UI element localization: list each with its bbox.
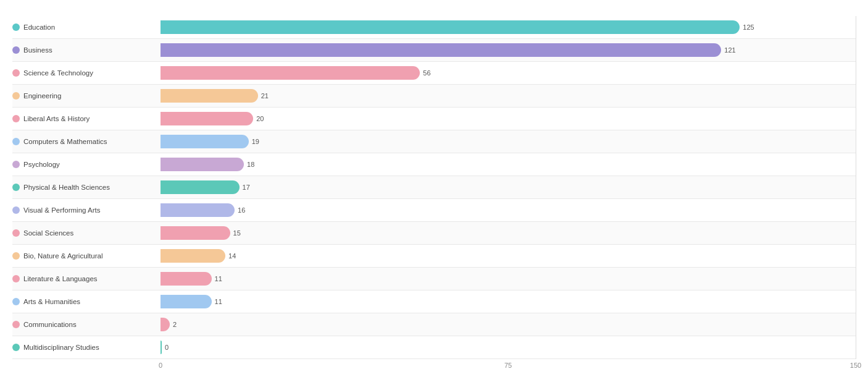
- bar: [161, 180, 240, 194]
- bar-section: 15: [161, 222, 856, 244]
- bar-value: 2: [173, 321, 177, 328]
- bar-row: Education125: [12, 16, 856, 39]
- label-area: Multidisciplinary Studies: [12, 336, 161, 358]
- dot-icon: [12, 229, 20, 237]
- dot-icon: [12, 46, 20, 54]
- bar-section: 20: [161, 108, 856, 130]
- dot-icon: [12, 321, 20, 328]
- bar-section: 56: [161, 62, 856, 84]
- bar-row: Psychology18: [12, 153, 856, 176]
- label-area: Social Sciences: [12, 222, 161, 244]
- label-area: Science & Technology: [12, 62, 161, 84]
- bar-value: 11: [215, 298, 222, 305]
- bar-section: 2: [161, 313, 856, 336]
- bar: [161, 135, 249, 148]
- bar-row: Liberal Arts & History20: [12, 108, 856, 130]
- bar: [161, 158, 244, 171]
- dot-icon: [12, 344, 20, 351]
- bar: [161, 226, 230, 240]
- bar-label: Arts & Humanities: [23, 298, 80, 305]
- bar-value: 15: [233, 229, 241, 237]
- dot-icon: [12, 23, 20, 31]
- bar-value: 0: [165, 344, 169, 351]
- bar-row: Visual & Performing Arts16: [12, 199, 856, 222]
- bar-section: 16: [161, 199, 856, 221]
- dot-icon: [12, 161, 20, 168]
- bar: [161, 20, 740, 34]
- label-area: Computers & Mathematics: [12, 130, 161, 153]
- bar: [161, 66, 420, 80]
- bar: [161, 341, 162, 354]
- bar-section: 14: [161, 245, 856, 267]
- bar: [161, 203, 235, 217]
- bar-value: 125: [743, 23, 754, 31]
- bar-value: 56: [423, 69, 430, 77]
- bar: [161, 272, 212, 286]
- x-tick-label: 150: [850, 362, 861, 369]
- label-area: Visual & Performing Arts: [12, 199, 161, 221]
- bar-label: Physical & Health Sciences: [23, 184, 110, 191]
- dot-icon: [12, 275, 20, 282]
- x-tick-label: 0: [159, 362, 162, 369]
- bar: [161, 249, 225, 263]
- bar-value: 16: [238, 206, 245, 214]
- bar-label: Science & Technology: [23, 69, 93, 77]
- bar-value: 17: [243, 184, 250, 191]
- bar-label: Visual & Performing Arts: [23, 206, 100, 214]
- x-tick-label: 75: [504, 362, 512, 369]
- bar-row: Physical & Health Sciences17: [12, 176, 856, 199]
- bar-label: Business: [23, 46, 52, 54]
- bar-label: Communications: [23, 321, 77, 328]
- bar-row: Communications2: [12, 313, 856, 336]
- bar-section: 121: [161, 39, 856, 61]
- bar-label: Literature & Languages: [23, 275, 98, 282]
- bar-label: Multidisciplinary Studies: [23, 344, 99, 351]
- label-area: Engineering: [12, 85, 161, 107]
- bar-section: 11: [161, 268, 856, 290]
- label-area: Education: [12, 16, 161, 38]
- label-area: Psychology: [12, 153, 161, 176]
- bar-row: Business121: [12, 39, 856, 62]
- dot-icon: [12, 92, 20, 100]
- label-area: Liberal Arts & History: [12, 108, 161, 130]
- bar-section: 17: [161, 176, 856, 198]
- label-area: Communications: [12, 313, 161, 336]
- dot-icon: [12, 69, 20, 77]
- bar-section: 21: [161, 85, 856, 107]
- bar-row: Literature & Languages11: [12, 268, 856, 290]
- bar-label: Social Sciences: [23, 229, 73, 237]
- bar-row: Social Sciences15: [12, 222, 856, 245]
- grid-line: [856, 16, 856, 359]
- dot-icon: [12, 184, 20, 191]
- bar-row: Engineering21: [12, 85, 856, 108]
- bar-row: Arts & Humanities11: [12, 290, 856, 313]
- chart-container: Education125Business121Science & Technol…: [0, 0, 868, 390]
- bar-label: Engineering: [23, 92, 61, 100]
- bar: [161, 43, 721, 57]
- bar-value: 21: [261, 92, 269, 100]
- bar-label: Computers & Mathematics: [23, 138, 107, 145]
- bar-row: Computers & Mathematics19: [12, 130, 856, 153]
- label-area: Arts & Humanities: [12, 290, 161, 313]
- bar-section: 18: [161, 153, 856, 176]
- label-area: Business: [12, 39, 161, 61]
- bar-label: Psychology: [23, 161, 60, 168]
- bar-label: Bio, Nature & Agricultural: [23, 252, 102, 260]
- dot-icon: [12, 115, 20, 122]
- bar-row: Bio, Nature & Agricultural14: [12, 245, 856, 268]
- bar: [161, 89, 258, 103]
- label-area: Literature & Languages: [12, 268, 161, 290]
- bar: [161, 112, 253, 125]
- bar-value: 11: [215, 275, 222, 282]
- bar-section: 125: [161, 16, 856, 38]
- bar-value: 18: [247, 161, 254, 168]
- bar-row: Science & Technology56: [12, 62, 856, 85]
- bar-section: 11: [161, 290, 856, 313]
- dot-icon: [12, 206, 20, 214]
- bar-value: 20: [256, 115, 264, 122]
- bar-section: 19: [161, 130, 856, 153]
- bar: [161, 295, 212, 308]
- label-area: Physical & Health Sciences: [12, 176, 161, 198]
- bar-row: Multidisciplinary Studies0: [12, 336, 856, 359]
- bar-value: 14: [228, 252, 236, 260]
